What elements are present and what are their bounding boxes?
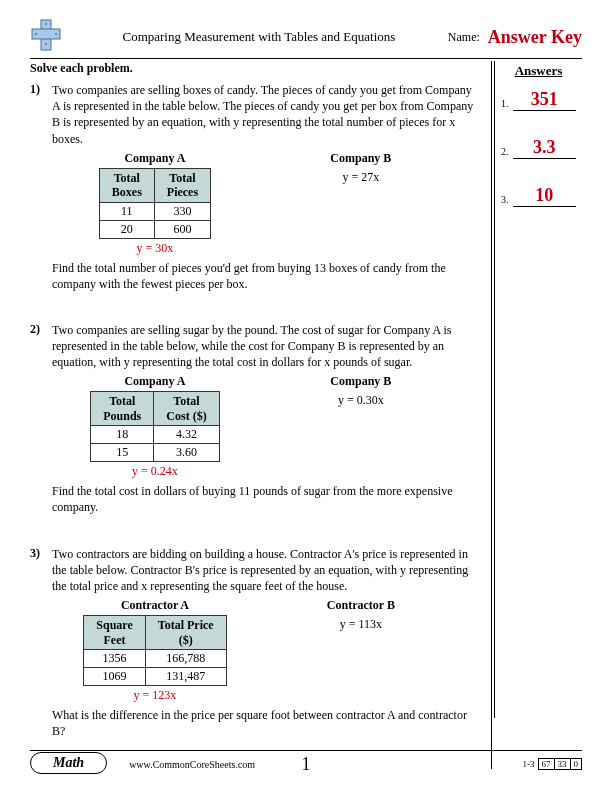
problem: 1)Two companies are selling boxes of can…	[30, 82, 481, 292]
table-row: 11330	[99, 202, 210, 220]
problem-conclusion: What is the difference in the price per …	[52, 707, 481, 739]
problem-body: Two contractors are bidding on building …	[52, 546, 481, 740]
company-a-title: Company A	[52, 374, 258, 389]
company-a-table: SquareFeetTotal Price($)1356166,78810691…	[83, 615, 226, 686]
table-header: TotalPieces	[154, 168, 210, 202]
company-b-column: Company By = 0.30x	[258, 374, 464, 479]
companies-row: Contractor ASquareFeetTotal Price($)1356…	[52, 598, 481, 703]
svg-point-5	[45, 43, 47, 45]
answer-number: 1.	[501, 98, 509, 111]
company-b-title: Company B	[258, 151, 464, 166]
svg-point-2	[35, 33, 37, 35]
company-a-column: Contractor ASquareFeetTotal Price($)1356…	[52, 598, 258, 703]
problem: 3)Two contractors are bidding on buildin…	[30, 546, 481, 740]
footer-subject: Math	[30, 752, 107, 774]
table-cell: 4.32	[154, 426, 219, 444]
table-cell: 131,487	[145, 667, 226, 685]
companies-row: Company ATotalPoundsTotalCost ($)184.321…	[52, 374, 481, 479]
table-cell: 3.60	[154, 444, 219, 462]
company-a-column: Company ATotalBoxesTotalPieces1133020600…	[52, 151, 258, 256]
company-b-column: Company By = 27x	[258, 151, 464, 256]
table-header: SquareFeet	[84, 616, 145, 650]
table-row: 1356166,788	[84, 649, 226, 667]
table-header: TotalBoxes	[99, 168, 154, 202]
company-b-title: Company B	[258, 374, 464, 389]
page-title: Comparing Measurement with Tables and Eq…	[70, 29, 448, 45]
answer-row: 3.10	[495, 185, 582, 207]
instructions: Solve each problem.	[30, 61, 481, 76]
company-a-equation: y = 123x	[52, 688, 258, 703]
company-a-title: Contractor A	[52, 598, 258, 613]
company-a-table: TotalPoundsTotalCost ($)184.32153.60	[90, 391, 219, 462]
company-b-column: Contractor By = 113x	[258, 598, 464, 703]
table-row: 184.32	[91, 426, 219, 444]
table-cell: 20	[99, 220, 154, 238]
answers-heading: Answers	[495, 63, 582, 79]
table-header: TotalCost ($)	[154, 392, 219, 426]
problem-number: 2)	[30, 322, 52, 516]
company-a-equation: y = 0.24x	[52, 464, 258, 479]
score-box: 33	[554, 758, 571, 770]
table-cell: 15	[91, 444, 154, 462]
footer-page: 1	[302, 754, 311, 775]
table-cell: 1069	[84, 667, 145, 685]
company-a-table: TotalBoxesTotalPieces1133020600	[99, 168, 211, 239]
table-row: 153.60	[91, 444, 219, 462]
company-b-equation: y = 0.30x	[258, 393, 464, 408]
problem-number: 3)	[30, 546, 52, 740]
company-b-title: Contractor B	[258, 598, 464, 613]
table-header: TotalPounds	[91, 392, 154, 426]
table-row: 20600	[99, 220, 210, 238]
table-cell: 18	[91, 426, 154, 444]
problem-number: 1)	[30, 82, 52, 292]
score-range: 1-3	[523, 759, 535, 769]
companies-row: Company ATotalBoxesTotalPieces1133020600…	[52, 151, 481, 256]
company-a-title: Company A	[52, 151, 258, 166]
logo-icon	[30, 18, 62, 56]
answer-key-label: Answer Key	[488, 27, 582, 48]
answer-row: 2.3.3	[495, 137, 582, 159]
main-column: Solve each problem. 1)Two companies are …	[30, 61, 492, 769]
answer-value: 351	[513, 89, 577, 111]
company-a-equation: y = 30x	[52, 241, 258, 256]
name-label: Name:	[448, 30, 480, 45]
footer-scores: 1-3 67 33 0	[523, 758, 583, 770]
problem-conclusion: Find the total cost in dollars of buying…	[52, 483, 481, 515]
header: Comparing Measurement with Tables and Eq…	[30, 18, 582, 59]
table-header: Total Price($)	[145, 616, 226, 650]
footer-url: www.CommonCoreSheets.com	[129, 759, 255, 770]
problem-text: Two contractors are bidding on building …	[52, 546, 481, 595]
company-a-column: Company ATotalPoundsTotalCost ($)184.321…	[52, 374, 258, 479]
footer: Math www.CommonCoreSheets.com 1 1-3 67 3…	[30, 750, 582, 774]
problem-text: Two companies are selling boxes of candy…	[52, 82, 481, 147]
table-row: 1069131,487	[84, 667, 226, 685]
table-cell: 600	[154, 220, 210, 238]
company-b-equation: y = 113x	[258, 617, 464, 632]
answers-column: Answers 1.3512.3.33.10	[492, 61, 582, 769]
answer-number: 3.	[501, 194, 509, 207]
score-box: 67	[538, 758, 555, 770]
problem-conclusion: Find the total number of pieces you'd ge…	[52, 260, 481, 292]
table-cell: 1356	[84, 649, 145, 667]
problem: 2)Two companies are selling sugar by the…	[30, 322, 481, 516]
problem-text: Two companies are selling sugar by the p…	[52, 322, 481, 371]
problem-body: Two companies are selling boxes of candy…	[52, 82, 481, 292]
table-cell: 166,788	[145, 649, 226, 667]
table-cell: 330	[154, 202, 210, 220]
svg-point-3	[45, 23, 47, 25]
svg-point-4	[55, 33, 57, 35]
answer-row: 1.351	[495, 89, 582, 111]
company-b-equation: y = 27x	[258, 170, 464, 185]
problem-body: Two companies are selling sugar by the p…	[52, 322, 481, 516]
answer-value: 3.3	[513, 137, 577, 159]
answer-number: 2.	[501, 146, 509, 159]
answer-value: 10	[513, 185, 577, 207]
table-cell: 11	[99, 202, 154, 220]
score-box: 0	[570, 758, 583, 770]
